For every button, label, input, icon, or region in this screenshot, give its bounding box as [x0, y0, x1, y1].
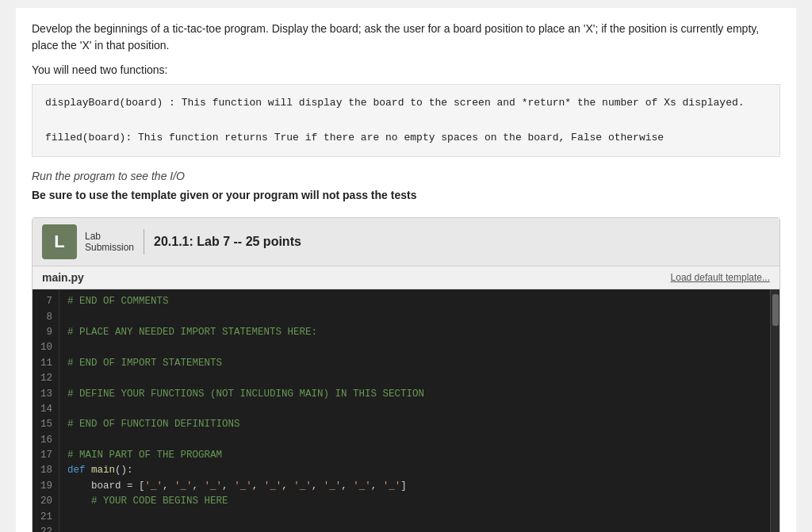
code-line: def main():: [67, 463, 762, 478]
line-number: 19: [37, 479, 52, 494]
code-lines: 789101112131415161718192021222324252627 …: [33, 289, 779, 532]
line-number: 20: [37, 494, 52, 509]
functions-code-block: displayBoard(board) : This function will…: [32, 84, 780, 157]
load-template-button[interactable]: Load default template...: [671, 272, 770, 283]
code-line: # PLACE ANY NEEDED IMPORT STATEMENTS HER…: [67, 325, 762, 340]
code-line: [67, 510, 762, 525]
line-number: 7: [37, 294, 52, 309]
description-text: Develop the beginnings of a tic-tac-toe …: [32, 21, 780, 54]
lab-divider: [144, 229, 144, 255]
code-line: [67, 525, 762, 532]
line-number: 10: [37, 340, 52, 355]
two-functions-label: You will need two functions:: [32, 63, 780, 76]
code-line: [67, 340, 762, 355]
scrollbar-thumb-v[interactable]: [772, 294, 779, 326]
code-line: # END OF FUNCTION DEFINITIONS: [67, 417, 762, 432]
code-line: # MAIN PART OF THE PROGRAM: [67, 448, 762, 463]
editor-filename: main.py: [42, 271, 84, 284]
lab-label-line2: Submission: [85, 242, 134, 253]
code-line: [67, 310, 762, 325]
bold-note: Be sure to use the template given or you…: [32, 189, 780, 201]
code-line: [67, 371, 762, 386]
line-number: 17: [37, 448, 52, 463]
code-line: [67, 433, 762, 448]
function1-blank: [45, 112, 767, 129]
lab-title: 20.1.1: Lab 7 -- 25 points: [154, 235, 301, 249]
editor-toolbar: main.py Load default template...: [33, 266, 779, 289]
code-line: [67, 402, 762, 417]
editor-container: main.py Load default template... 7891011…: [33, 266, 779, 532]
code-line: # DEFINE YOUR FUNCTIONS (NOT INCLUDING M…: [67, 387, 762, 402]
function2-line: filled(board): This function returns Tru…: [45, 129, 767, 147]
code-line: # END OF IMPORT STATEMENTS: [67, 356, 762, 371]
line-number: 13: [37, 387, 52, 402]
line-numbers: 789101112131415161718192021222324252627: [33, 289, 59, 532]
page-content: Develop the beginnings of a tic-tac-toe …: [16, 8, 796, 532]
line-number: 9: [37, 325, 52, 340]
line-number: 21: [37, 510, 52, 525]
line-number: 16: [37, 433, 52, 448]
line-number: 22: [37, 525, 52, 532]
function1-line: displayBoard(board) : This function will…: [45, 94, 767, 112]
line-number: 8: [37, 310, 52, 325]
lab-submission-widget: L Lab Submission 20.1.1: Lab 7 -- 25 poi…: [32, 217, 780, 532]
lab-submission-header: L Lab Submission 20.1.1: Lab 7 -- 25 poi…: [33, 218, 779, 266]
line-number: 12: [37, 371, 52, 386]
lab-icon: L: [42, 224, 77, 259]
run-note: Run the program to see the I/O: [32, 170, 780, 182]
code-line: board = ['_', '_', '_', '_', '_', '_', '…: [67, 479, 762, 494]
line-number: 11: [37, 356, 52, 371]
code-editor-area[interactable]: 789101112131415161718192021222324252627 …: [33, 289, 779, 532]
vertical-scrollbar[interactable]: [770, 289, 779, 532]
code-line: # END OF COMMENTS: [67, 294, 762, 309]
line-number: 15: [37, 417, 52, 432]
line-number: 18: [37, 463, 52, 478]
code-line: # YOUR CODE BEGINS HERE: [67, 494, 762, 509]
lab-label-line1: Lab: [85, 231, 134, 242]
lab-label-block: Lab Submission: [85, 231, 134, 253]
line-number: 14: [37, 402, 52, 417]
code-content[interactable]: # END OF COMMENTS # PLACE ANY NEEDED IMP…: [59, 289, 770, 532]
